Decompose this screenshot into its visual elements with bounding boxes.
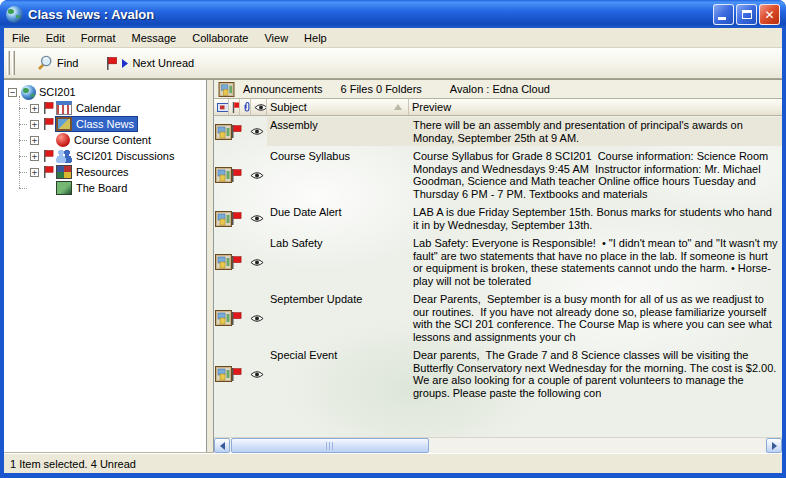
- unread-flag-icon: [231, 125, 242, 138]
- column-attachment[interactable]: [240, 99, 251, 115]
- column-subject[interactable]: Subject: [267, 99, 409, 115]
- tree-item-selectable: Calendar: [56, 101, 124, 115]
- tree-item[interactable]: + Class News: [8, 116, 206, 132]
- list-title: Announcements: [243, 83, 323, 95]
- eye-icon: [250, 214, 264, 223]
- tree-item-label: Resources: [75, 166, 132, 179]
- message-preview: Lab Safety: Everyone is Responsible! • "…: [409, 235, 782, 289]
- list-header-bar: Announcements 6 Files 0 Folders Avalon :…: [214, 80, 782, 99]
- bulletin-board-icon: [218, 82, 235, 97]
- next-unread-button[interactable]: Next Unread: [99, 53, 201, 74]
- column-flag[interactable]: [229, 99, 240, 115]
- tree-item-selectable: Resources: [56, 165, 132, 179]
- expand-icon[interactable]: +: [30, 168, 39, 177]
- tree-root-sci201[interactable]: − SCI201: [8, 84, 206, 100]
- eye-icon: [250, 370, 264, 379]
- unread-flag-icon: [231, 368, 242, 381]
- globe-icon: [6, 6, 23, 23]
- tree-item-selectable: The Board: [56, 181, 130, 195]
- expand-icon[interactable]: +: [30, 104, 39, 113]
- find-label: Find: [57, 57, 78, 69]
- bulletin-board-icon: [215, 310, 232, 326]
- eye-icon: [250, 127, 264, 136]
- expand-icon[interactable]: +: [30, 120, 39, 129]
- message-preview: Dear parents, The Grade 7 and 8 Science …: [409, 347, 782, 401]
- message-subject: Due Date Alert: [267, 204, 409, 233]
- subject-column-label: Subject: [270, 101, 307, 113]
- find-button[interactable]: Find: [29, 51, 85, 75]
- unread-flag-icon: [43, 166, 55, 178]
- tree-item[interactable]: + Calendar: [8, 100, 206, 116]
- message-row[interactable]: Course Syllabus Course Syllabus for Grad…: [214, 148, 782, 202]
- menu-item[interactable]: Format: [73, 28, 124, 47]
- message-preview: LAB A is due Friday September 15th. Bonu…: [409, 204, 782, 233]
- menu-item[interactable]: Help: [296, 28, 335, 47]
- globe-icon: [21, 85, 36, 100]
- unread-flag-icon: [231, 212, 242, 225]
- unread-flag-icon: [43, 150, 55, 162]
- minimize-button[interactable]: [713, 4, 734, 25]
- column-preview[interactable]: Preview: [409, 99, 782, 115]
- toolbar-grip[interactable]: [7, 51, 10, 75]
- menu-item[interactable]: File: [4, 28, 38, 47]
- tree-item-selectable: Class News: [56, 117, 137, 131]
- bulletin-board-icon: [215, 254, 232, 270]
- message-preview: There will be an assembly and presentati…: [409, 117, 782, 146]
- tree-item[interactable]: + Course Content: [8, 132, 206, 148]
- bulletin-board-icon: [215, 366, 232, 382]
- tree-item-selectable: Course Content: [56, 133, 154, 147]
- menu-item[interactable]: Message: [124, 28, 185, 47]
- bulletin-board-icon: [215, 211, 232, 227]
- bulletin-board-icon: [215, 167, 232, 183]
- envelope-icon: [217, 103, 229, 112]
- column-read-status[interactable]: [251, 99, 267, 115]
- message-row[interactable]: Special Event Dear parents, The Grade 7 …: [214, 347, 782, 401]
- message-row[interactable]: Assembly There will be an assembly and p…: [214, 117, 782, 146]
- toolbar-grip[interactable]: [12, 51, 15, 75]
- flag-icon: [106, 57, 117, 70]
- menu-item[interactable]: Edit: [38, 28, 73, 47]
- conference-icon: [56, 101, 72, 115]
- bulletin-board-icon: [215, 124, 232, 140]
- scroll-right-button[interactable]: [766, 438, 782, 453]
- file-folder-counts: 6 Files 0 Folders: [341, 83, 422, 95]
- message-preview: Dear Parents, September is a busy month …: [409, 291, 782, 345]
- message-subject: September Update: [267, 291, 409, 345]
- scrollbar-thumb[interactable]: [231, 438, 429, 453]
- conference-icon: [56, 181, 72, 195]
- titlebar[interactable]: Class News : Avalon ✕: [0, 0, 786, 28]
- conference-tree: − SCI201 +: [4, 80, 207, 453]
- unread-flag-icon: [231, 312, 242, 325]
- column-envelope[interactable]: [214, 99, 229, 115]
- message-row[interactable]: September Update Dear Parents, September…: [214, 291, 782, 345]
- tree-item[interactable]: + Resources: [8, 164, 206, 180]
- tree-item-label: The Board: [75, 182, 130, 195]
- conference-icon: [56, 149, 72, 163]
- toolbar: Find Next Unread: [4, 48, 782, 79]
- maximize-button[interactable]: [736, 4, 757, 25]
- next-unread-label: Next Unread: [132, 57, 194, 69]
- message-row[interactable]: Lab Safety Lab Safety: Everyone is Respo…: [214, 235, 782, 289]
- expand-icon[interactable]: +: [30, 136, 39, 145]
- message-row[interactable]: Due Date Alert LAB A is due Friday Septe…: [214, 204, 782, 233]
- message-list-pane: Announcements 6 Files 0 Folders Avalon :…: [213, 80, 782, 453]
- tree-item[interactable]: + SCI201 Discussions: [8, 148, 206, 164]
- expand-icon[interactable]: +: [30, 152, 39, 161]
- collapse-icon[interactable]: −: [8, 88, 17, 97]
- eye-icon: [250, 171, 264, 180]
- conference-icon: [56, 133, 70, 147]
- message-subject: Assembly: [267, 117, 409, 146]
- horizontal-scrollbar[interactable]: [214, 437, 782, 453]
- conference-icon: [56, 165, 72, 179]
- conference-icon: [56, 117, 72, 131]
- menu-item[interactable]: View: [256, 28, 296, 47]
- menu-item[interactable]: Collaborate: [184, 28, 256, 47]
- close-button[interactable]: ✕: [759, 4, 780, 25]
- tree-item-label: Course Content: [73, 134, 154, 147]
- tree-item[interactable]: + The Board: [8, 180, 206, 196]
- message-subject: Lab Safety: [267, 235, 409, 289]
- app-window: Class News : Avalon ✕ File Edit Format M…: [0, 0, 786, 478]
- scroll-left-button[interactable]: [214, 438, 230, 453]
- unread-flag-icon: [231, 256, 242, 269]
- unread-flag-icon: [43, 102, 55, 114]
